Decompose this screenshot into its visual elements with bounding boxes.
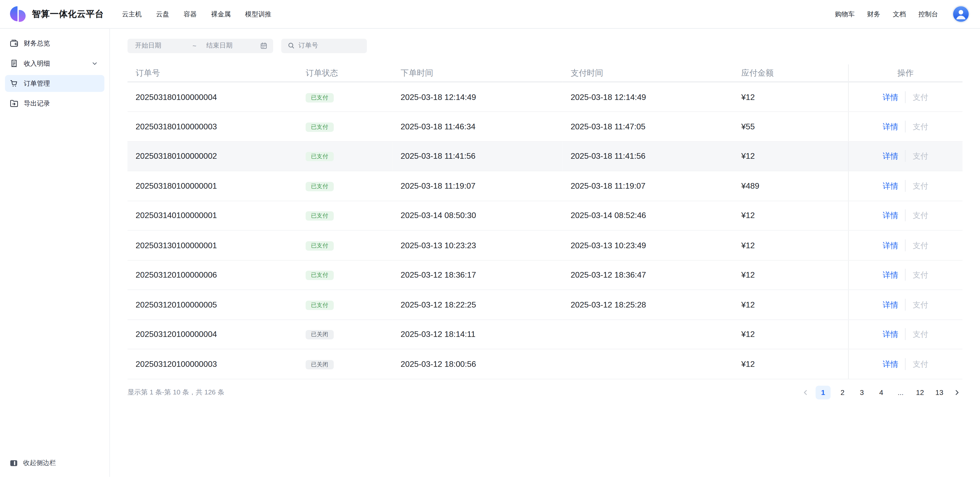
- table-row: 202503120100000005已支付2025-03-12 18:22:25…: [127, 289, 963, 319]
- top-nav-item[interactable]: 裸金属: [211, 10, 231, 18]
- chevron-right-icon[interactable]: [951, 386, 963, 399]
- page-button[interactable]: 12: [913, 386, 928, 399]
- created-time-cell: 2025-03-14 08:50:30: [393, 201, 563, 230]
- pay-link[interactable]: 支付: [913, 301, 928, 309]
- order-no-cell: 202503180100000001: [127, 171, 298, 201]
- order-search-input[interactable]: 订单号: [281, 38, 367, 52]
- detail-link[interactable]: 详情: [883, 271, 898, 280]
- status-badge: 已关闭: [306, 330, 334, 340]
- page-ellipsis: ...: [893, 386, 908, 399]
- collapse-sidebar-button[interactable]: 收起侧边栏: [9, 457, 56, 469]
- top-nav-item[interactable]: 购物车: [835, 10, 855, 18]
- sidebar-item[interactable]: 财务总览: [5, 35, 105, 52]
- paid-time-cell: 2025-03-18 11:19:07: [563, 171, 733, 201]
- pay-link[interactable]: 支付: [913, 360, 928, 369]
- top-nav-item[interactable]: 模型训推: [245, 10, 272, 18]
- detail-link[interactable]: 详情: [883, 122, 898, 131]
- date-range-input[interactable]: 开始日期 ~ 结束日期: [127, 38, 273, 52]
- pay-link[interactable]: 支付: [913, 271, 928, 280]
- sidebar-item[interactable]: 订单管理: [5, 75, 105, 92]
- collapse-sidebar-label: 收起侧边栏: [23, 459, 56, 467]
- order-status-cell: 已关闭: [298, 349, 393, 379]
- status-badge: 已支付: [306, 301, 334, 310]
- page-button[interactable]: 3: [854, 386, 869, 399]
- pay-link[interactable]: 支付: [913, 330, 928, 339]
- paid-time-cell: [563, 319, 733, 349]
- created-time-cell: 2025-03-12 18:22:25: [393, 289, 563, 319]
- detail-link[interactable]: 详情: [883, 301, 898, 309]
- sidebar-item-label: 订单管理: [24, 79, 50, 88]
- sidebar-item[interactable]: 导出记录: [5, 95, 105, 112]
- top-nav-item[interactable]: 云盘: [156, 10, 169, 18]
- column-header: 操作: [848, 64, 963, 82]
- top-nav-right-items: 购物车财务文档控制台: [835, 10, 938, 18]
- amount-cell: ¥55: [733, 111, 848, 141]
- detail-link[interactable]: 详情: [883, 211, 898, 220]
- table-row: 202503180100000001已支付2025-03-18 11:19:07…: [127, 171, 963, 201]
- paid-time-cell: [563, 349, 733, 379]
- page-button[interactable]: 4: [873, 386, 889, 399]
- created-time-cell: 2025-03-18 12:14:49: [393, 82, 563, 111]
- detail-link[interactable]: 详情: [883, 93, 898, 102]
- table-row: 202503120100000003已关闭2025-03-12 18:00:56…: [127, 349, 963, 379]
- detail-link[interactable]: 详情: [883, 241, 898, 250]
- actions-cell: 详情支付: [848, 319, 963, 349]
- order-no-cell: 202503180100000003: [127, 111, 298, 141]
- pay-link[interactable]: 支付: [913, 93, 928, 102]
- sidebar-item[interactable]: 收入明细: [5, 55, 105, 72]
- page-button[interactable]: 13: [932, 386, 947, 399]
- top-nav-item[interactable]: 控制台: [918, 10, 938, 18]
- search-placeholder: 订单号: [299, 41, 318, 50]
- paid-time-cell: 2025-03-18 11:47:05: [563, 111, 733, 141]
- table-row: 202503180100000002已支付2025-03-18 11:41:56…: [127, 142, 963, 171]
- page-button[interactable]: 1: [816, 386, 831, 399]
- column-header: 订单状态: [298, 64, 393, 82]
- pay-link[interactable]: 支付: [913, 182, 928, 191]
- actions-cell: 详情支付: [848, 260, 963, 289]
- table-row: 202503120100000006已支付2025-03-12 18:36:17…: [127, 260, 963, 289]
- sidebar-menu: 财务总览收入明细订单管理导出记录: [0, 29, 110, 112]
- brand[interactable]: 智算一体化云平台: [10, 6, 104, 22]
- detail-link[interactable]: 详情: [883, 182, 898, 191]
- amount-cell: ¥12: [733, 289, 848, 319]
- detail-link[interactable]: 详情: [883, 360, 898, 369]
- table-row: 202503180100000004已支付2025-03-18 12:14:49…: [127, 82, 963, 111]
- top-nav-item[interactable]: 云主机: [122, 10, 142, 18]
- paid-time-cell: 2025-03-14 08:52:46: [563, 201, 733, 230]
- amount-cell: ¥12: [733, 319, 848, 349]
- pay-link[interactable]: 支付: [913, 122, 928, 131]
- detail-link[interactable]: 详情: [883, 152, 898, 161]
- created-time-cell: 2025-03-12 18:00:56: [393, 349, 563, 379]
- pay-link[interactable]: 支付: [913, 152, 928, 161]
- date-start-placeholder[interactable]: 开始日期: [135, 41, 191, 50]
- amount-cell: ¥12: [733, 142, 848, 171]
- column-header: 订单号: [127, 64, 298, 82]
- sidebar-item-label: 导出记录: [24, 99, 50, 108]
- avatar[interactable]: [952, 5, 970, 23]
- top-header: 智算一体化云平台 云主机云盘容器裸金属模型训推 购物车财务文档控制台: [0, 0, 980, 29]
- order-no-cell: 202503140100000001: [127, 201, 298, 230]
- user-avatar-icon: [953, 6, 969, 22]
- detail-link[interactable]: 详情: [883, 330, 898, 339]
- created-time-cell: 2025-03-18 11:46:34: [393, 111, 563, 141]
- order-status-cell: 已支付: [298, 201, 393, 230]
- pay-link[interactable]: 支付: [913, 241, 928, 250]
- status-badge: 已支付: [306, 122, 334, 132]
- pagination-bar: 显示第 1 条-第 10 条，共 126 条 1234...1213: [127, 385, 963, 401]
- top-nav-item[interactable]: 财务: [867, 10, 880, 18]
- top-nav-item[interactable]: 容器: [183, 10, 197, 18]
- top-nav-item[interactable]: 文档: [893, 10, 906, 18]
- order-status-cell: 已支付: [298, 289, 393, 319]
- amount-cell: ¥12: [733, 201, 848, 230]
- order-status-cell: 已支付: [298, 171, 393, 201]
- page-button[interactable]: 2: [835, 386, 850, 399]
- created-time-cell: 2025-03-12 18:36:17: [393, 260, 563, 289]
- date-end-placeholder[interactable]: 结束日期: [206, 41, 232, 50]
- pager: 1234...1213: [800, 386, 963, 399]
- pay-link[interactable]: 支付: [913, 211, 928, 220]
- chevron-left-icon[interactable]: [800, 386, 811, 399]
- action-divider: [905, 328, 905, 340]
- status-badge: 已支付: [306, 152, 334, 162]
- calendar-icon[interactable]: [260, 42, 267, 49]
- status-badge: 已支付: [306, 182, 334, 191]
